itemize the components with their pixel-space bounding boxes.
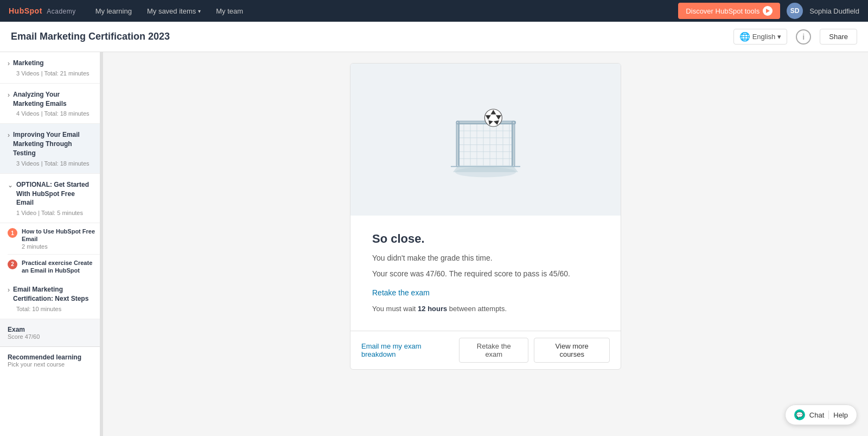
divider: [828, 410, 829, 419]
soccer-goal-illustration: [442, 96, 529, 183]
user-name[interactable]: Sophia Dudfield: [809, 7, 859, 15]
result-card: So close. You didn't make the grade this…: [350, 63, 621, 370]
chevron-down-icon: ▾: [777, 33, 781, 41]
result-actions: Email me my exam breakdown Retake the ex…: [350, 331, 621, 369]
top-navigation: HubSpot Academy My learning My saved ite…: [0, 0, 868, 22]
retake-exam-link[interactable]: Retake the exam: [372, 288, 599, 297]
nav-my-team[interactable]: My team: [209, 0, 250, 22]
svg-marker-28: [453, 167, 518, 172]
language-selector[interactable]: 🌐 English ▾: [733, 29, 788, 45]
share-button[interactable]: Share: [820, 29, 857, 45]
chevron-right-icon: ›: [8, 131, 10, 139]
sidebar-item-next-steps[interactable]: › Email Marketing Certification: Next St…: [0, 279, 100, 319]
play-icon: [763, 6, 773, 16]
optional-sub-items: 1 How to Use HubSpot Free Email 2 minute…: [0, 223, 100, 279]
sidebar-item-analyzing[interactable]: › Analyzing Your Marketing Emails 4 Vide…: [0, 84, 100, 124]
result-score-message: Your score was 47/60. The required score…: [372, 268, 599, 280]
sub-header-right: 🌐 English ▾ i Share: [733, 29, 857, 45]
result-content: So close. You didn't make the grade this…: [350, 216, 621, 331]
exam-section[interactable]: Exam Score 47/60: [0, 319, 100, 347]
sub-header: Email Marketing Certification 2023 🌐 Eng…: [0, 22, 868, 52]
main-layout: › Marketing 3 Videos | Total: 21 minutes…: [0, 52, 868, 436]
sidebar-item-marketing[interactable]: › Marketing 3 Videos | Total: 21 minutes: [0, 52, 100, 84]
step-number-badge: 1: [8, 228, 17, 238]
course-title: Email Marketing Certification 2023: [11, 31, 733, 42]
list-item[interactable]: 2 Practical exercise Create an Email in …: [8, 255, 100, 279]
main-content: So close. You didn't make the grade this…: [103, 52, 868, 436]
result-title: So close.: [372, 232, 599, 246]
logo[interactable]: HubSpot Academy: [9, 7, 76, 15]
result-visual: [350, 64, 621, 216]
nav-right: Discover HubSpot tools SD Sophia Dudfiel…: [678, 3, 859, 19]
logo-text: HubSpot Academy: [9, 7, 76, 15]
chat-icon: 💬: [794, 409, 805, 420]
nav-my-learning[interactable]: My learning: [89, 0, 138, 22]
list-item[interactable]: 1 How to Use HubSpot Free Email 2 minute…: [8, 223, 100, 255]
nav-my-saved-items[interactable]: My saved items ▾: [141, 0, 207, 22]
sidebar: › Marketing 3 Videos | Total: 21 minutes…: [0, 52, 100, 436]
chevron-right-icon: ›: [8, 60, 10, 67]
sidebar-item-optional[interactable]: ⌄ OPTIONAL: Get Started With HubSpot Fre…: [0, 174, 100, 223]
view-more-courses-button[interactable]: View more courses: [534, 338, 610, 363]
email-breakdown-link[interactable]: Email me my exam breakdown: [361, 342, 454, 358]
chevron-down-icon: ⌄: [8, 181, 13, 189]
discover-tools-button[interactable]: Discover HubSpot tools: [678, 3, 780, 19]
retake-exam-button[interactable]: Retake the exam: [459, 338, 528, 363]
recommended-section[interactable]: Recommended learning Pick your next cour…: [0, 347, 100, 374]
info-button[interactable]: i: [796, 29, 811, 45]
chevron-down-icon: ▾: [198, 8, 201, 14]
chevron-right-icon: ›: [8, 91, 10, 99]
wait-message: You must wait 12 hours between attempts.: [372, 304, 599, 314]
result-message1: You didn't make the grade this time.: [372, 252, 599, 264]
chevron-right-icon: ›: [8, 286, 10, 294]
sidebar-item-improving[interactable]: › Improving Your Email Marketing Through…: [0, 124, 100, 173]
nav-items: My learning My saved items ▾ My team: [89, 0, 679, 22]
globe-icon: 🌐: [739, 31, 750, 42]
user-avatar[interactable]: SD: [787, 3, 803, 19]
chat-button[interactable]: 💬 Chat Help: [785, 405, 857, 425]
step-number-badge: 2: [8, 260, 17, 269]
